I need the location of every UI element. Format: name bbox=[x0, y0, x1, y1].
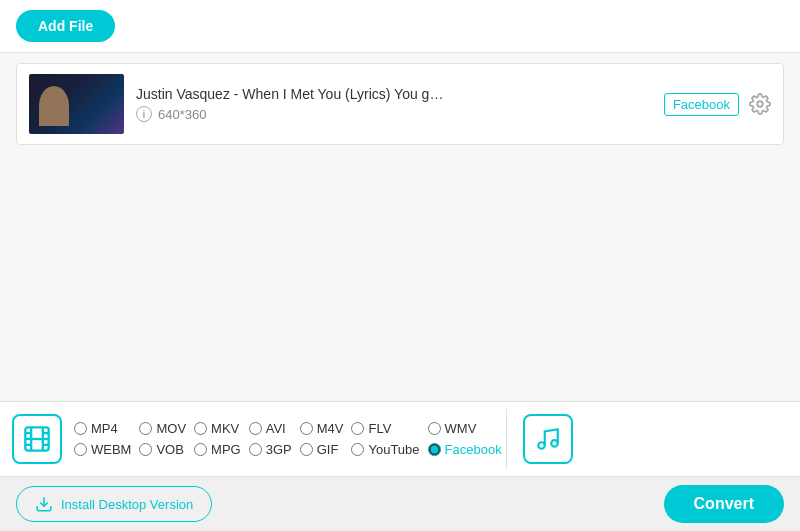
file-thumbnail bbox=[29, 74, 124, 134]
music-icon bbox=[535, 426, 561, 452]
file-info: Justin Vasquez - When I Met You (Lyrics)… bbox=[136, 86, 652, 122]
format-option-flv[interactable]: FLV bbox=[351, 421, 419, 436]
settings-icon[interactable] bbox=[749, 93, 771, 115]
info-icon[interactable]: i bbox=[136, 106, 152, 122]
format-option-3gp[interactable]: 3GP bbox=[249, 442, 292, 457]
audio-format-icon-box[interactable] bbox=[523, 414, 573, 464]
install-label: Install Desktop Version bbox=[61, 497, 193, 512]
file-item: Justin Vasquez - When I Met You (Lyrics)… bbox=[16, 63, 784, 145]
format-option-avi[interactable]: AVI bbox=[249, 421, 292, 436]
format-grid: MP4 MOV MKV AVI M4V FLV WMV WEBM bbox=[74, 421, 502, 457]
svg-point-10 bbox=[551, 440, 558, 447]
thumbnail-figure bbox=[39, 86, 69, 126]
file-meta: i 640*360 bbox=[136, 106, 652, 122]
convert-button[interactable]: Convert bbox=[664, 485, 784, 523]
divider bbox=[506, 409, 507, 469]
format-option-m4v[interactable]: M4V bbox=[300, 421, 344, 436]
video-format-icon-box[interactable] bbox=[12, 414, 62, 464]
footer: Install Desktop Version Convert bbox=[0, 476, 800, 531]
file-actions: Facebook bbox=[664, 93, 771, 116]
bottom-bar: MP4 MOV MKV AVI M4V FLV WMV WEBM bbox=[0, 401, 800, 476]
facebook-badge: Facebook bbox=[664, 93, 739, 116]
svg-point-0 bbox=[757, 101, 763, 107]
format-option-youtube[interactable]: YouTube bbox=[351, 442, 419, 457]
download-icon bbox=[35, 495, 53, 513]
format-option-mkv[interactable]: MKV bbox=[194, 421, 241, 436]
install-desktop-button[interactable]: Install Desktop Version bbox=[16, 486, 212, 522]
film-icon bbox=[23, 425, 51, 453]
header: Add File bbox=[0, 0, 800, 53]
format-option-mp4[interactable]: MP4 bbox=[74, 421, 131, 436]
format-option-mov[interactable]: MOV bbox=[139, 421, 186, 436]
format-option-vob[interactable]: VOB bbox=[139, 442, 186, 457]
file-resolution: 640*360 bbox=[158, 107, 206, 122]
file-list: Justin Vasquez - When I Met You (Lyrics)… bbox=[0, 53, 800, 401]
format-option-mpg[interactable]: MPG bbox=[194, 442, 241, 457]
format-option-facebook[interactable]: Facebook bbox=[428, 442, 502, 457]
format-option-webm[interactable]: WEBM bbox=[74, 442, 131, 457]
svg-point-9 bbox=[538, 442, 545, 449]
thumbnail-image bbox=[29, 74, 124, 134]
add-file-button[interactable]: Add File bbox=[16, 10, 115, 42]
format-option-wmv[interactable]: WMV bbox=[428, 421, 502, 436]
file-name: Justin Vasquez - When I Met You (Lyrics)… bbox=[136, 86, 652, 102]
format-option-gif[interactable]: GIF bbox=[300, 442, 344, 457]
